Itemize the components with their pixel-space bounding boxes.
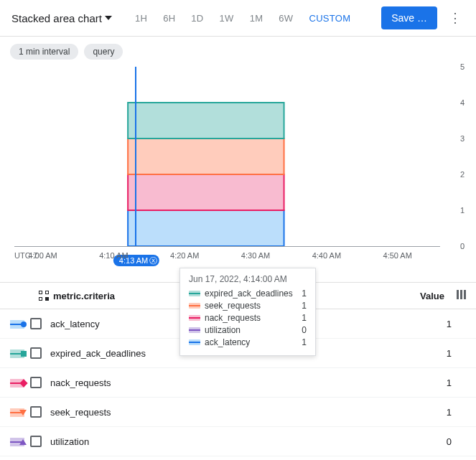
metric-name: seek_requests [50,407,423,418]
series-swatch-icon [10,408,24,417]
time-cursor[interactable]: 4:13 AM ⓧ [135,67,136,246]
metric-value: 1 [423,377,466,388]
chevron-down-icon [105,16,112,20]
series-checkbox[interactable] [30,436,42,447]
tooltip-title: Jun 17, 2022, 4:14:00 AM [189,274,307,284]
tooltip-row: expired_ack_deadlines1 [189,288,307,299]
series-checkbox[interactable] [30,347,42,359]
range-6h[interactable]: 6H [156,9,182,28]
tooltip-series-name: utilization [205,325,297,335]
toolbar: Stacked area chart 1H 6H 1D 1W 1M 6W CUS… [0,0,476,37]
chart-type-label: Stacked area chart [11,12,102,24]
series-swatch-icon [10,349,24,358]
x-axis: UTC-74:00 AM4:10 AM4:20 AM4:30 AM4:40 AM… [14,246,440,268]
ytick: 0 [460,242,465,250]
legend-swatch [10,319,30,329]
plot-region[interactable]: 4:13 AM ⓧ [14,67,440,246]
range-1w[interactable]: 1W [213,9,241,28]
legend-swatch [10,377,30,388]
tooltip-series-value: 1 [302,313,307,323]
metric-value: 0 [423,436,466,447]
grid-icon [39,291,49,301]
stacked-area-svg [14,67,440,246]
series-checkbox[interactable] [30,406,42,418]
metric-value: 1 [423,407,466,418]
tooltip-series-value: 0 [302,325,307,335]
ytick: 1 [460,206,465,215]
series-checkbox[interactable] [30,318,42,329]
columns-icon [457,290,466,299]
tooltip-series-value: 1 [302,301,307,311]
tooltip-series-value: 1 [302,337,307,347]
chart-area[interactable]: 4:13 AM ⓧ 012345 UTC-74:00 AM4:10 AM4:20… [7,67,469,268]
ytick: 3 [460,134,465,143]
tooltip-series-name: nack_requests [205,313,297,323]
table-row[interactable]: seek_requests1 [0,398,476,427]
range-1m[interactable]: 1M [243,9,271,28]
table-row[interactable]: nack_requests1 [0,368,476,398]
ytick: 2 [460,170,465,179]
table-row[interactable]: utilization0 [0,427,476,456]
chip-query[interactable]: query [84,44,123,60]
xtick: 4:00 AM [28,251,57,260]
time-range-group: 1H 6H 1D 1W 1M 6W CUSTOM [128,9,358,28]
filter-chips: 1 min interval query [0,37,476,67]
xtick: 4:40 AM [312,251,341,260]
xtick: 4:10 AM [99,251,128,260]
range-1h[interactable]: 1H [128,9,154,28]
tooltip-row: ack_latency1 [189,337,307,347]
legend-swatch [10,436,30,447]
hover-tooltip: Jun 17, 2022, 4:14:00 AM expired_ack_dea… [179,268,316,356]
range-6w[interactable]: 6W [271,9,300,28]
tooltip-series-value: 1 [302,288,307,299]
metric-value: 1 [423,348,466,359]
series-swatch-icon [10,379,24,388]
col-header-value[interactable]: Value [401,291,444,301]
tooltip-row: nack_requests1 [189,313,307,323]
series-checkbox[interactable] [30,377,42,388]
chart-type-selector[interactable]: Stacked area chart [7,9,116,27]
series-swatch-icon [10,320,24,329]
range-1d[interactable]: 1D [184,9,210,28]
legend-swatch [10,348,30,359]
xtick: 4:20 AM [170,251,199,260]
tooltip-series-name: seek_requests [205,301,297,311]
y-axis: 012345 [444,67,469,246]
legend-swatch [10,407,30,418]
col-header-name-label: metric.criteria [53,291,115,301]
series-swatch-icon [189,315,200,321]
metric-name: nack_requests [50,377,423,388]
metric-value: 1 [423,319,466,329]
ytick: 5 [460,62,465,71]
chip-interval[interactable]: 1 min interval [10,44,78,60]
tooltip-series-name: ack_latency [205,337,297,347]
save-button[interactable]: Save … [381,6,437,29]
ytick: 4 [460,98,465,107]
series-swatch-icon [189,303,200,309]
xtick: 4:30 AM [241,251,270,260]
range-custom[interactable]: CUSTOM [302,9,358,28]
series-swatch-icon [189,291,200,296]
more-menu-button[interactable]: ⋮ [442,6,469,30]
metric-name: utilization [50,436,423,447]
series-swatch-icon [189,327,200,333]
series-swatch-icon [189,339,200,345]
tooltip-row: seek_requests1 [189,301,307,311]
chart-container: 4:13 AM ⓧ 012345 UTC-74:00 AM4:10 AM4:20… [0,67,476,268]
series-swatch-icon [10,438,24,446]
tooltip-series-name: expired_ack_deadlines [205,288,297,299]
xtick: 4:50 AM [383,251,412,260]
column-config-button[interactable] [444,290,466,301]
tooltip-row: utilization0 [189,325,307,335]
